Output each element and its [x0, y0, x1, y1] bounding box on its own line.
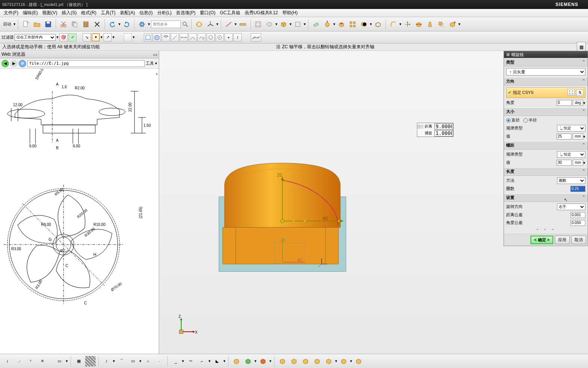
snap-input[interactable]	[434, 130, 453, 137]
menu-info[interactable]: 信息(I)	[137, 10, 155, 16]
sel-arrow-icon[interactable]: ↘	[83, 33, 91, 42]
cut-icon[interactable]	[58, 19, 69, 30]
cancel-button[interactable]: 取消	[571, 236, 586, 244]
csys-row[interactable]: ✔指定 CSYS ⛶ ↯	[506, 87, 585, 98]
section-direction[interactable]: 方向	[504, 77, 588, 86]
diameter-radio[interactable]: 直径	[506, 117, 520, 123]
menu-view[interactable]: 视图(V)	[40, 10, 59, 16]
paste-icon[interactable]	[81, 19, 91, 30]
menu-yanxiu[interactable]: 燕秀UG模具8.12	[242, 10, 280, 16]
pitch-lawtype-select[interactable]: ⎿ 恒定	[557, 151, 585, 158]
arc-icon[interactable]	[189, 33, 197, 42]
extrude-icon[interactable]	[322, 19, 332, 30]
csys-dialog-icon[interactable]: ⛶	[567, 89, 575, 96]
expand-icon[interactable]: ⌃ ⌃ ⌃	[504, 227, 588, 234]
search-icon[interactable]	[182, 19, 189, 30]
move-icon[interactable]	[402, 19, 413, 30]
filter-select[interactable]: 仅在工作部件内	[15, 34, 56, 41]
web-panel-dock-icon[interactable]: ▭	[153, 52, 157, 57]
type-select[interactable]: ↑ 沿矢量	[506, 68, 585, 76]
angle-input[interactable]	[557, 100, 572, 106]
extend-icon[interactable]: ⤳	[185, 356, 196, 367]
section-length[interactable]: 长度	[504, 167, 588, 176]
open-file-icon[interactable]	[32, 19, 42, 30]
snap-ctrl-icon[interactable]: °	[25, 356, 36, 367]
graphics-viewport[interactable]: ZC XC ZC XC ⋮⋮	[159, 51, 588, 358]
snap-end-icon[interactable]: /	[2, 356, 13, 367]
menu-gctool[interactable]: GC工具箱	[218, 10, 242, 16]
edge-blend-icon[interactable]	[388, 19, 399, 30]
curve-icon[interactable]	[198, 33, 206, 42]
menu-tools[interactable]: 工具(T)	[99, 10, 118, 16]
menu-analysis[interactable]: 分析(L)	[155, 10, 174, 16]
method-select[interactable]: 圈数	[557, 177, 585, 184]
shade-icon[interactable]	[264, 19, 275, 30]
rotation-select[interactable]: 右手	[557, 203, 585, 210]
save-icon[interactable]	[43, 19, 53, 30]
sync-icon[interactable]	[194, 19, 204, 30]
address-bar[interactable]	[27, 60, 145, 67]
section-settings[interactable]: 设置	[504, 193, 588, 202]
measure-dist-icon[interactable]	[223, 19, 234, 30]
trim2-icon[interactable]: ⎯	[170, 356, 181, 367]
back-icon[interactable]: ◀	[1, 60, 9, 67]
layer-icon[interactable]: ▭	[54, 356, 65, 367]
sketch-icon[interactable]	[144, 33, 152, 42]
refresh-icon[interactable]: ⟳	[19, 60, 26, 67]
rect-select-icon[interactable]	[124, 33, 132, 42]
cube5-icon[interactable]	[324, 356, 334, 367]
box-prim2-icon[interactable]	[243, 356, 253, 367]
line-icon[interactable]	[171, 33, 179, 42]
cube1-icon[interactable]	[277, 356, 288, 367]
box-prim-icon[interactable]	[231, 356, 242, 367]
angle-unit[interactable]	[573, 100, 583, 106]
scrollbar-up-icon[interactable]: ▴	[156, 71, 158, 76]
ruler-icon[interactable]	[238, 19, 248, 30]
menu-edit[interactable]: 编辑(E)	[21, 10, 40, 16]
pattern-icon[interactable]	[347, 19, 358, 30]
chamfer-icon[interactable]: ◣	[212, 356, 222, 367]
slash-icon[interactable]: /	[233, 33, 242, 42]
cube7-icon[interactable]	[353, 356, 364, 367]
size-unit[interactable]	[573, 134, 583, 139]
face-icon[interactable]	[162, 33, 170, 42]
hole-icon[interactable]	[336, 19, 347, 30]
selection-scope-icon[interactable]: 🎯	[59, 33, 68, 42]
drag-handle-icon[interactable]: ⋮⋮	[417, 125, 423, 129]
menu-file[interactable]: 文件(F)	[1, 10, 21, 16]
wcs-icon[interactable]	[205, 19, 216, 30]
command-finder-icon[interactable]	[137, 19, 147, 30]
new-file-icon[interactable]	[21, 19, 31, 30]
web-tools-label[interactable]: 工具	[146, 61, 154, 66]
circle-icon[interactable]	[207, 33, 215, 42]
corner-icon[interactable]: ⌐	[197, 356, 207, 367]
menu-prefs[interactable]: 首选项(P)	[174, 10, 198, 16]
section-size[interactable]: 大小	[504, 107, 588, 116]
distance-input[interactable]	[434, 123, 453, 130]
section-pitch[interactable]: 螺距	[504, 141, 588, 150]
highlight-icon[interactable]: ✓	[68, 33, 77, 42]
menu-help[interactable]: 帮助(H)	[280, 10, 300, 16]
undo-icon[interactable]	[107, 19, 118, 30]
grid-icon[interactable]: ▦	[74, 356, 84, 367]
sketch-circle-icon[interactable]: ○	[143, 356, 153, 367]
cube3-icon[interactable]	[300, 356, 311, 367]
datum-plane-icon[interactable]	[311, 19, 321, 30]
dialog-title-bar[interactable]: ⚙ 螺旋线	[504, 51, 588, 58]
replace-icon[interactable]	[447, 19, 458, 30]
pitch-value-input[interactable]	[557, 160, 572, 166]
command-search[interactable]	[151, 21, 181, 28]
size-lawtype-select[interactable]: ⎿ 恒定	[557, 125, 585, 132]
menu-format[interactable]: 格式(R)	[79, 10, 99, 16]
box-icon[interactable]	[278, 19, 289, 30]
unite-icon[interactable]	[359, 19, 369, 30]
pitch-unit[interactable]	[573, 160, 583, 166]
wireframe-icon[interactable]	[293, 19, 303, 30]
sketch-arc-icon[interactable]: ⌒	[116, 356, 127, 367]
trim-icon[interactable]	[414, 19, 424, 30]
cube4-icon[interactable]	[312, 356, 322, 367]
sketch-rect-icon[interactable]: ▭	[128, 356, 138, 367]
cube2-icon[interactable]	[289, 356, 299, 367]
sketch-point-icon[interactable]: ·	[154, 356, 165, 367]
forward-icon[interactable]: ▶	[10, 60, 18, 67]
